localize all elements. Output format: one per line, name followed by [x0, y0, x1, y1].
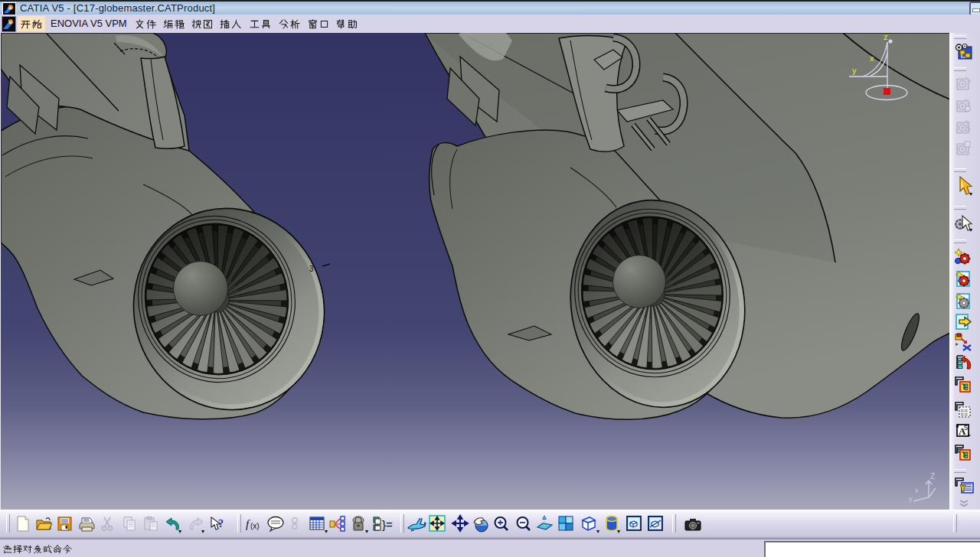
- svg-text:5: 5: [964, 424, 968, 432]
- svg-text:y: y: [909, 495, 913, 503]
- svg-text:(x): (x): [250, 522, 260, 530]
- svg-text:x: x: [870, 54, 874, 63]
- svg-text:z: z: [884, 33, 888, 41]
- svg-text:y: y: [852, 66, 857, 75]
- svg-text:?: ?: [218, 518, 224, 529]
- svg-text:Z: Z: [930, 472, 935, 480]
- svg-text:x: x: [915, 487, 919, 494]
- svg-text:3: 3: [309, 265, 314, 273]
- svg-text:}=: }=: [382, 518, 393, 531]
